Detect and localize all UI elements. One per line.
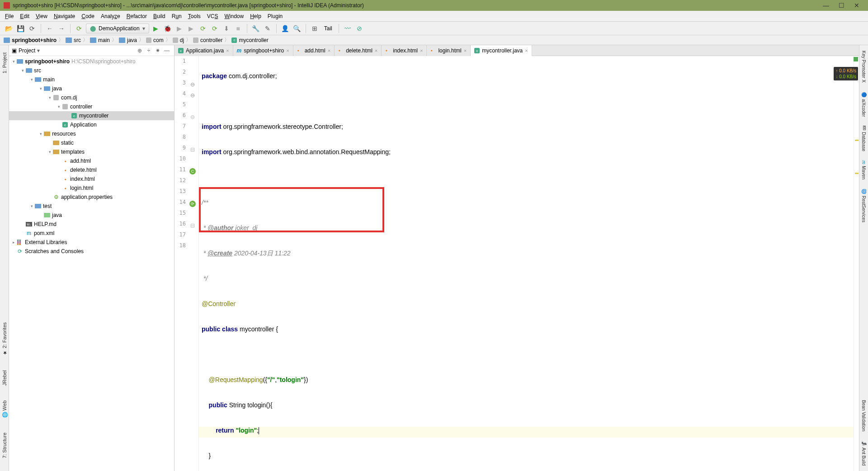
editor-body[interactable]: 1 2 3⊖ 4⊖ 5 6⊖ 7 8 9⊟ 10 11C 12 13 14⟳ 1… <box>175 56 859 471</box>
minimize-button[interactable]: — <box>818 0 834 11</box>
edit-icon[interactable]: ✎ <box>263 24 273 33</box>
menu-edit[interactable]: Edit <box>17 13 33 19</box>
menu-help[interactable]: Help <box>247 13 264 19</box>
hide-icon[interactable]: — <box>162 47 171 54</box>
avatar-icon[interactable]: 👤 <box>280 24 290 33</box>
spring-icon[interactable]: ⟳ <box>189 201 196 207</box>
open-button[interactable]: 📂 <box>4 24 14 33</box>
menu-run[interactable]: Run <box>169 13 185 19</box>
warning-mark[interactable] <box>855 173 859 174</box>
crumb-main[interactable]: main <box>98 37 110 43</box>
menu-navigate[interactable]: Navigate <box>51 13 78 19</box>
package-icon <box>193 38 198 43</box>
tab-jrebel[interactable]: JRebel <box>1 367 8 388</box>
no-entry-icon[interactable]: ⊘ <box>354 24 364 33</box>
menu-window[interactable]: Window <box>221 13 247 19</box>
menu-refactor[interactable]: Refactor <box>123 13 150 19</box>
coverage-button[interactable]: ▶ <box>175 24 184 33</box>
jrebel-debug-button[interactable]: ⟳ <box>210 24 220 33</box>
menu-view[interactable]: View <box>33 13 51 19</box>
run-config-selector[interactable]: ⬤ DemoApplication ▾ <box>86 24 149 33</box>
close-icon[interactable]: × <box>525 48 528 53</box>
code-editor[interactable]: package com.dj.controller; import org.sp… <box>199 56 854 471</box>
analysis-ok-icon <box>854 57 858 61</box>
crumb-src[interactable]: src <box>74 37 81 43</box>
menu-file[interactable]: File <box>2 13 17 19</box>
structure-icon[interactable]: ⊞ <box>310 24 320 33</box>
tab-web[interactable]: 🌐 Web <box>1 398 8 421</box>
editor-area: cApplication.java× mspringboot+shiro× ⬥a… <box>175 45 859 471</box>
tab-aixcoder[interactable]: 🔵 aiXcoder <box>861 87 867 121</box>
settings-icon[interactable]: ✷ <box>153 47 162 54</box>
back-button[interactable]: ← <box>45 24 55 33</box>
crumb-java[interactable]: java <box>127 37 137 43</box>
tab-favorites[interactable]: ★ 2: Favorites <box>1 320 8 358</box>
tab-rest[interactable]: 🌀 RestServices <box>861 184 867 227</box>
close-icon[interactable]: × <box>226 48 229 53</box>
tab-delete[interactable]: ⬥delete.html× <box>335 45 382 56</box>
tab-application[interactable]: cApplication.java× <box>175 45 233 56</box>
error-stripe[interactable] <box>854 56 859 471</box>
crumb-controller[interactable]: controller <box>200 37 222 43</box>
tab-maven[interactable]: m Maven <box>861 156 867 184</box>
tab-beanvalidation[interactable]: Bean Validation <box>861 396 867 436</box>
tab-mycontroller[interactable]: cmycontroller.java× <box>471 45 532 56</box>
tab-index[interactable]: ⬥index.html× <box>382 45 427 56</box>
run-button[interactable]: ▶ <box>151 24 161 33</box>
save-button[interactable]: 💾 <box>15 24 25 33</box>
attach-button[interactable]: ⬇ <box>222 24 231 33</box>
tab-antbuild[interactable]: 🐜 Ant Build <box>861 436 867 470</box>
project-title: Project <box>19 47 35 54</box>
refresh-button[interactable]: ⟳ <box>27 24 37 33</box>
project-tree[interactable]: ▾springboot+shiroH:\CSDN\springboot+shir… <box>9 56 174 471</box>
menu-code[interactable]: Code <box>78 13 98 19</box>
crumb-file[interactable]: mycontroller <box>239 37 268 43</box>
crumb-com[interactable]: com <box>153 37 164 43</box>
crumb-root[interactable]: springboot+shiro <box>12 37 57 43</box>
tab-login[interactable]: ⬥login.html× <box>427 45 471 56</box>
menubar: File Edit View Navigate Code Analyze Ref… <box>0 11 868 22</box>
toolbar: 📂 💾 ⟳ ← → ⟳ ⬤ DemoApplication ▾ ▶ 🐞 ▶ ▶ … <box>0 22 868 35</box>
close-button[interactable]: ✕ <box>849 0 864 11</box>
menu-plugin[interactable]: Plugin <box>264 13 286 19</box>
spring-icon[interactable]: C <box>189 168 196 174</box>
collapse-icon[interactable]: ÷ <box>144 47 153 54</box>
menu-vcs[interactable]: VCS <box>204 13 222 19</box>
menu-tools[interactable]: Tools <box>185 13 204 19</box>
menu-analyze[interactable]: Analyze <box>98 13 123 19</box>
menu-build[interactable]: Build <box>150 13 169 19</box>
close-icon[interactable]: × <box>375 48 377 53</box>
pulse-icon[interactable]: 〰 <box>343 24 353 33</box>
stop-button[interactable]: ■ <box>233 24 243 33</box>
network-overlay: ↑ 0.0 KB/s ↓ 0.0 KB/s <box>834 67 858 80</box>
maximize-button[interactable]: ☐ <box>834 0 849 11</box>
close-icon[interactable]: × <box>328 48 330 53</box>
close-icon[interactable]: × <box>286 48 289 53</box>
tail-label[interactable]: Tail <box>321 25 335 32</box>
crumb-dj[interactable]: dj <box>180 37 184 43</box>
tab-keypromoter[interactable]: Key Promoter X <box>861 46 867 87</box>
close-icon[interactable]: × <box>420 48 423 53</box>
tab-database[interactable]: 🗄 Database <box>861 121 867 156</box>
tab-structure[interactable]: 7: Structure <box>1 430 8 461</box>
wrench-icon[interactable]: 🔧 <box>251 24 261 33</box>
tab-add[interactable]: ⬥add.html× <box>293 45 335 56</box>
breadcrumb: springboot+shiro 〉 src 〉 main 〉 java 〉 c… <box>0 35 868 45</box>
tab-project[interactable]: 1: Project <box>1 50 8 76</box>
left-tool-strip: 1: Project ★ 2: Favorites JRebel 🌐 Web 7… <box>0 45 9 471</box>
jrebel-run-button[interactable]: ⟳ <box>198 24 208 33</box>
debug-button[interactable]: 🐞 <box>163 24 173 33</box>
package-icon <box>173 38 178 43</box>
app-icon <box>4 2 10 9</box>
jrebel-icon[interactable]: ⟳ <box>74 24 84 33</box>
warning-mark[interactable] <box>855 140 859 141</box>
forward-button[interactable]: → <box>57 24 66 33</box>
profile-button[interactable]: ▶ <box>186 24 196 33</box>
tab-pom[interactable]: mspringboot+shiro× <box>233 45 293 56</box>
tree-file-mycontroller: cmycontroller <box>9 111 174 120</box>
target-icon[interactable]: ⊕ <box>135 47 144 54</box>
close-icon[interactable]: × <box>464 48 467 53</box>
package-icon <box>146 38 151 43</box>
search-icon[interactable]: 🔍 <box>292 24 302 33</box>
folder-icon <box>66 38 72 43</box>
